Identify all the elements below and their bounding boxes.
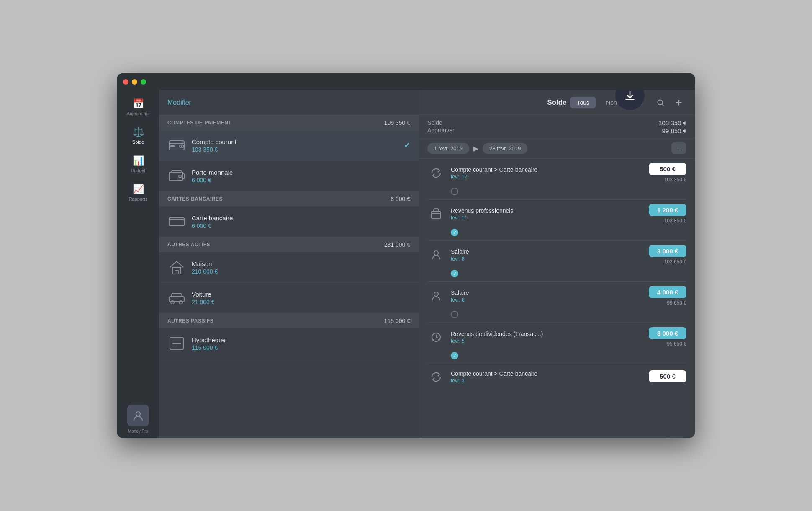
transaction-status-t1 [419,187,695,199]
account-item-carte-bancaire[interactable]: Carte bancaire 6 000 € [159,206,419,237]
traffic-lights [123,79,146,85]
account-balance-compte-courant: 103 350 € [192,146,404,153]
group-label-cartes-bancaires: CARTES BANCAIRES [167,196,223,202]
transaction-badge-t5: 8 000 € [649,327,686,339]
transaction-info-t3: Salaire févr. 8 [451,248,649,262]
transaction-amount-wrap-t3: 3 000 € 102 650 € [649,245,686,265]
account-icon-hypotheque [167,334,186,353]
transaction-date-t5: févr. 5 [451,338,649,344]
filter-tous-button[interactable]: Tous [570,97,596,108]
transaction-badge-t3: 3 000 € [649,245,686,257]
account-item-hypotheque[interactable]: Hypothèque 115 000 € [159,328,419,359]
account-info-compte-courant: Compte courant 103 350 € [192,138,404,153]
transaction-name-t1: Compte courant > Carte bancaire [451,166,649,173]
close-button[interactable] [123,79,128,85]
account-icon-compte-courant [167,136,186,155]
app-name-label: Money Pro [128,429,148,434]
sidebar-item-solde[interactable]: ⚖️ Solde [121,123,155,149]
transaction-info-t1: Compte courant > Carte bancaire févr. 12 [451,166,649,180]
solde-label: Solde [427,119,455,126]
solde-amount: 103 350 € [658,119,686,126]
account-item-maison[interactable]: Maison 210 000 € [159,252,419,283]
status-circle-t1 [451,188,458,195]
account-balance-voiture: 21 000 € [192,299,410,305]
group-amount-cartes-bancaires: 6 000 € [391,196,410,202]
transaction-balance-t4: 99 650 € [667,300,686,306]
sidebar-item-rapports[interactable]: 📈 Rapports [121,180,155,206]
group-label-comptes-paiement: COMPTES DE PAIEMENT [167,120,231,126]
balance-icon: ⚖️ [133,127,144,138]
svg-rect-7 [169,217,184,226]
account-item-porte-monnaie[interactable]: Porte-monnaie 6 000 € [159,161,419,191]
date-arrow-icon: ▶ [473,145,478,152]
svg-point-19 [434,251,438,255]
svg-point-17 [658,100,663,105]
account-name-voiture: Voiture [192,291,410,298]
sidebar-item-budget[interactable]: 📊 Budget [121,151,155,177]
modifier-button[interactable]: Modifier [167,99,191,106]
group-label-autres-passifs: AUTRES PASSIFS [167,318,213,324]
transaction-date-t4: févr. 6 [451,297,649,303]
search-button[interactable] [653,95,668,110]
transaction-date-t6: févr. 3 [451,378,649,384]
transaction-item-t6[interactable]: Compte courant > Carte bancaire févr. 3 … [419,364,695,390]
account-info-voiture: Voiture 21 000 € [192,291,410,305]
status-check-t5: ✓ [451,352,458,359]
account-balance-carte-bancaire: 6 000 € [192,222,410,229]
transaction-badge-t2: 1 200 € [649,204,686,216]
account-info-maison: Maison 210 000 € [192,260,410,275]
account-info-hypotheque: Hypothèque 115 000 € [192,336,410,351]
transaction-status-t2: ✓ [419,228,695,240]
svg-rect-5 [169,172,182,181]
status-check-t3: ✓ [451,270,458,277]
sidebar-label-today: Aujourd'hui [127,111,150,116]
app-icon [127,405,149,426]
transaction-icon-t5 [427,328,445,346]
date-range: 1 févr. 2019 ▶ 28 févr. 2019 ... [419,138,695,159]
transaction-name-t3: Salaire [451,248,649,255]
transaction-amount-wrap-t5: 8 000 € 95 650 € [649,327,686,347]
left-header: Modifier [159,90,419,115]
minimize-button[interactable] [132,79,137,85]
sidebar-item-today[interactable]: 📅 Aujourd'hui [121,94,155,120]
maximize-button[interactable] [141,79,146,85]
transaction-info-t2: Revenus professionnels févr. 11 [451,207,649,221]
add-button[interactable] [671,95,686,110]
svg-point-6 [179,175,181,178]
approuver-label: Approuver [427,127,455,134]
transaction-status-t3: ✓ [419,269,695,281]
account-icon-carte-bancaire [167,212,186,231]
date-start-button[interactable]: 1 févr. 2019 [427,143,469,154]
transaction-badge-t1: 500 € [649,163,686,175]
transaction-badge-t4: 4 000 € [649,286,686,298]
left-panel: Modifier COMPTES DE PAIEMENT 109 350 € [159,90,419,438]
svg-rect-18 [432,212,441,218]
sidebar-label-rapports: Rapports [129,196,148,201]
date-end-button[interactable]: 28 févr. 2019 [483,143,527,154]
right-panel: Solde Tous Non approuvé [419,90,695,438]
transaction-icon-t3 [427,246,445,264]
transaction-date-t2: févr. 11 [451,215,649,221]
titlebar [117,73,695,90]
date-options-button[interactable]: ... [671,142,686,154]
account-item-compte-courant[interactable]: Compte courant 103 350 € ✓ [159,130,419,161]
balance-summary: Solde Approuver 103 350 € 99 850 € [419,115,695,138]
transaction-item-t5[interactable]: Revenus de dividendes (Transac...) févr.… [419,323,695,351]
transaction-item-t4[interactable]: Salaire févr. 6 4 000 € 99 650 € [419,282,695,310]
transaction-icon-t2 [427,205,445,223]
transaction-item-t2[interactable]: Revenus professionnels févr. 11 1 200 € … [419,200,695,228]
transaction-balance-t2: 103 850 € [664,218,686,224]
transaction-name-t6: Compte courant > Carte bancaire [451,370,649,377]
accounts-list: COMPTES DE PAIEMENT 109 350 € [159,115,419,438]
account-balance-porte-monnaie: 6 000 € [192,177,410,183]
transaction-item-t3[interactable]: Salaire févr. 8 3 000 € 102 650 € [419,241,695,269]
account-name-compte-courant: Compte courant [192,138,404,145]
account-icon-porte-monnaie [167,167,186,185]
transaction-item-t1[interactable]: Compte courant > Carte bancaire févr. 12… [419,159,695,187]
account-item-voiture[interactable]: Voiture 21 000 € [159,283,419,313]
account-name-maison: Maison [192,260,410,267]
account-icon-maison [167,258,186,276]
transaction-info-t4: Salaire févr. 6 [451,289,649,303]
transaction-date-t3: févr. 8 [451,256,649,262]
account-name-porte-monnaie: Porte-monnaie [192,169,410,176]
